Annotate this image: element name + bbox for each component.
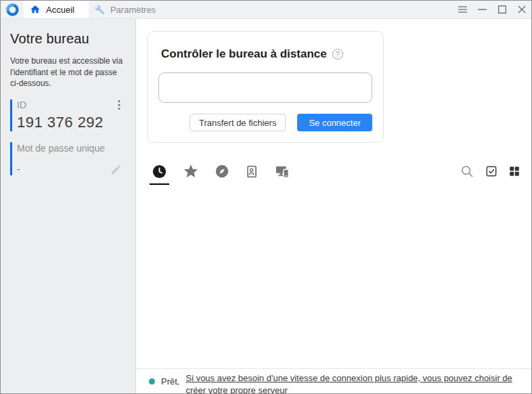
id-label: ID bbox=[17, 100, 26, 110]
tab-settings-label: Paramètres bbox=[110, 5, 156, 15]
sidebar: Votre bureau Votre bureau est accessible… bbox=[1, 19, 136, 393]
tab-address-book[interactable] bbox=[243, 163, 261, 185]
card-title: Contrôler le bureau à distance bbox=[161, 47, 327, 61]
devices-icon bbox=[275, 164, 291, 179]
star-icon bbox=[183, 163, 199, 179]
home-icon bbox=[30, 4, 41, 15]
status-text: Prêt, bbox=[161, 376, 179, 387]
titlebar: Accueil Paramètres bbox=[1, 1, 531, 19]
tab-devices[interactable] bbox=[273, 163, 293, 185]
maximize-icon[interactable] bbox=[492, 1, 512, 18]
main-row: Votre bureau Votre bureau est accessible… bbox=[1, 19, 531, 393]
file-transfer-button[interactable]: Transfert de fichiers bbox=[190, 114, 286, 131]
address-book-icon bbox=[245, 165, 259, 179]
app-logo-icon bbox=[1, 1, 24, 18]
tab-home-label: Accueil bbox=[46, 5, 74, 15]
menu-icon[interactable] bbox=[453, 1, 472, 18]
help-icon[interactable]: ? bbox=[332, 49, 343, 60]
clock-icon bbox=[152, 164, 167, 179]
remote-control-card: Contrôler le bureau à distance ? Transfe… bbox=[147, 31, 384, 143]
password-section: Mot de passe unique - bbox=[10, 142, 126, 175]
close-icon[interactable] bbox=[512, 1, 531, 18]
sidebar-description: Votre bureau est accessible via l'identi… bbox=[10, 56, 127, 89]
tab-settings[interactable]: Paramètres bbox=[89, 1, 170, 18]
minimize-icon[interactable] bbox=[472, 1, 492, 18]
statusbar: Prêt, Si vous avez besoin d'une vitesse … bbox=[136, 368, 531, 393]
sidebar-title: Votre bureau bbox=[10, 31, 126, 47]
status-online-dot bbox=[149, 378, 155, 385]
main-content: Contrôler le bureau à distance ? Transfe… bbox=[136, 19, 531, 393]
search-icon[interactable] bbox=[460, 164, 474, 179]
device-id-value[interactable]: 191 376 292 bbox=[17, 114, 126, 131]
window-controls bbox=[453, 1, 531, 18]
peer-list-empty-area bbox=[136, 185, 531, 368]
wrench-icon bbox=[95, 5, 105, 15]
tab-favorites[interactable] bbox=[181, 163, 201, 185]
tab-home[interactable]: Accueil bbox=[24, 1, 89, 18]
edit-password-icon[interactable] bbox=[110, 164, 122, 175]
kebab-menu-icon[interactable] bbox=[118, 100, 120, 110]
tab-discovered[interactable] bbox=[213, 163, 231, 185]
peer-tabs-row bbox=[136, 163, 531, 185]
setup-server-link[interactable]: Si vous avez besoin d'une vitesse de con… bbox=[185, 372, 527, 394]
grid-view-icon[interactable] bbox=[508, 165, 520, 177]
compass-icon bbox=[215, 164, 229, 179]
connect-button[interactable]: Se connecter bbox=[297, 114, 372, 131]
password-value[interactable]: - bbox=[17, 164, 20, 175]
remote-id-input[interactable] bbox=[158, 72, 372, 103]
select-peers-icon[interactable] bbox=[485, 165, 498, 178]
tab-recent-sessions[interactable] bbox=[150, 163, 169, 185]
password-label: Mot de passe unique bbox=[17, 143, 105, 154]
id-section: ID 191 376 292 bbox=[10, 100, 126, 131]
